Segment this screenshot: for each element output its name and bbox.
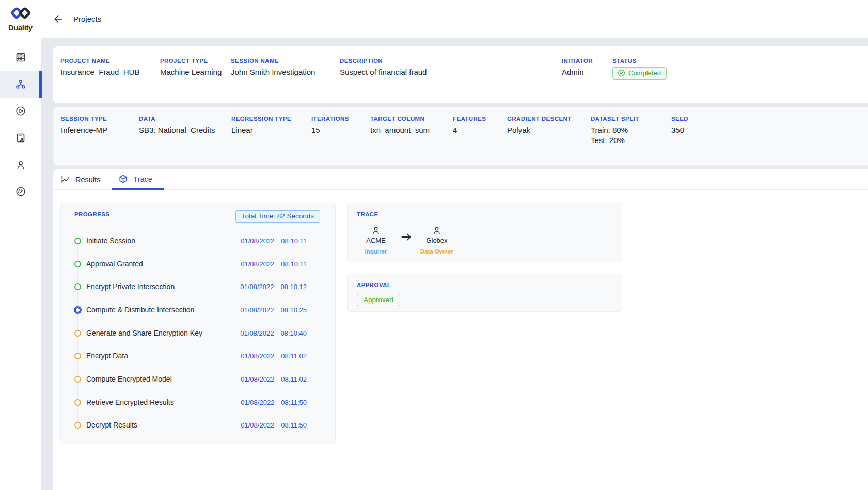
tabs-bar: Results Trace (53, 169, 868, 190)
field-value: Machine Learning (160, 68, 222, 76)
step-marker-done (74, 238, 81, 244)
user-icon (371, 225, 381, 235)
step-time: 08:10:25 (280, 306, 307, 314)
field-value: Admin (562, 68, 593, 76)
step-label: Encrypt Private Intersection (86, 282, 175, 291)
step-label: Generate and Share Encryption Key (86, 329, 202, 337)
field-value: John Smith Investigation (231, 68, 315, 76)
step-date: 01/08/2022 (241, 421, 274, 429)
step-marker-pending (74, 376, 81, 383)
field-data: DATA SB3: National_Credits (139, 116, 215, 134)
step-marker-pending (74, 353, 81, 359)
field-label: DATASET SPLIT (591, 116, 639, 122)
tab-trace[interactable]: Trace (112, 169, 164, 190)
sidebar-item-sessions[interactable] (0, 98, 41, 124)
field-label: FEATURES (453, 116, 486, 122)
field-session-name: SESSION NAME John Smith Investigation (231, 58, 315, 76)
step-time: 08:11:50 (281, 421, 307, 429)
field-label: INITIATOR (562, 58, 593, 64)
field-value: Inference-MP (61, 125, 107, 134)
sidebar-item-projects[interactable] (0, 71, 41, 98)
field-value: SB3: National_Credits (139, 125, 215, 134)
field-label: PROJECT NAME (60, 58, 139, 64)
field-dataset-split: DATASET SPLIT Train: 80% Test: 20% (591, 116, 639, 145)
step-date: 01/08/2022 (241, 375, 274, 383)
field-label: TARGET COLUMN (370, 116, 430, 122)
step-row: Encrypt Private Intersection 01/08/20220… (61, 281, 335, 292)
user-icon (15, 159, 26, 170)
progress-panel: PROGRESS Total Time: 82 Seconds Initiate… (60, 203, 336, 444)
progress-steps: Initiate Session 01/08/202208:10:11 Appr… (61, 203, 335, 444)
trace-panel: TRACE ACME Inquirer Globex (347, 203, 622, 262)
sidebar-item-datasets[interactable] (0, 44, 41, 71)
back-button[interactable] (52, 12, 65, 26)
field-iterations: ITERATIONS 15 (311, 116, 349, 134)
field-value: Insurance_Fraud_HUB (60, 68, 139, 76)
field-value: txn_amount_sum (370, 125, 430, 134)
tab-results[interactable]: Results (54, 169, 112, 189)
field-value: 350 (671, 125, 688, 134)
field-label: PROJECT TYPE (160, 58, 222, 64)
trace-entity-name: Globex (426, 236, 447, 244)
page-title: Projects (73, 14, 101, 23)
app: { "brand": { "name": "Duality" }, "heade… (0, 0, 868, 490)
step-label: Initiate Session (86, 236, 135, 245)
arrow-right-icon (400, 231, 413, 243)
field-label: REGRESSION TYPE (231, 116, 291, 122)
duality-logo-icon (9, 6, 32, 23)
step-marker-pending (74, 399, 81, 406)
trace-entity-role: Inquirer (365, 248, 387, 255)
session-summary-card: SESSION TYPE Inference-MP DATA SB3: Nati… (53, 107, 868, 166)
trace-data-owner: Globex Data Owner (420, 225, 454, 255)
step-row: Approval Granted 01/08/202208:10:11 (61, 259, 335, 269)
step-time: 08:10:11 (281, 237, 307, 245)
step-row: Decrypt Results 01/08/202208:11:50 (61, 420, 335, 430)
field-label: STATUS (612, 58, 667, 64)
step-date: 01/08/2022 (240, 283, 274, 291)
sidebar-item-users[interactable] (0, 151, 41, 178)
step-time: 08:11:02 (281, 352, 307, 360)
trace-entities: ACME Inquirer Globex Data Owner (359, 225, 454, 255)
status-badge: Completed (612, 67, 667, 80)
field-seed: SEED 350 (671, 116, 688, 134)
logo[interactable]: Duality (0, 0, 41, 38)
field-gradient-descent: GRADIENT DESCENT Polyak (507, 116, 572, 134)
step-date: 01/08/2022 (240, 329, 274, 337)
sidebar: Duality (0, 0, 41, 490)
step-time: 08:11:02 (281, 375, 307, 383)
field-session-type: SESSION TYPE Inference-MP (61, 116, 107, 134)
field-project-type: PROJECT TYPE Machine Learning (160, 58, 222, 76)
step-date: 01/08/2022 (240, 306, 274, 314)
step-date: 01/08/2022 (241, 237, 274, 245)
field-label: SESSION NAME (231, 58, 315, 64)
field-status: STATUS Completed (612, 58, 667, 80)
step-label: Approval Granted (86, 260, 143, 268)
brand-name: Duality (8, 24, 33, 32)
step-time: 08:10:40 (280, 329, 307, 337)
chart-line-icon (60, 175, 70, 184)
sidebar-nav (0, 38, 41, 205)
trace-entity-role: Data Owner (420, 248, 453, 255)
header-bar: Projects (41, 0, 868, 38)
step-marker-done (74, 283, 81, 290)
approval-title: APPROVAL (357, 282, 391, 288)
step-label: Retrieve Encrypted Results (86, 398, 174, 406)
field-label: DATA (139, 116, 215, 122)
field-description: DESCRIPTION Suspect of financial fraud (340, 58, 427, 76)
step-time: 08:10:11 (281, 260, 307, 268)
tab-label: Results (75, 176, 100, 184)
step-time: 08:10:12 (280, 283, 307, 291)
sidebar-item-dashboard[interactable] (0, 178, 41, 205)
sidebar-item-reports[interactable] (0, 124, 41, 151)
field-features: FEATURES 4 (453, 116, 486, 134)
step-marker-pending (74, 422, 81, 429)
step-date: 01/08/2022 (241, 399, 274, 406)
field-value-line2: Test: 20% (591, 136, 639, 145)
back-arrow-icon (53, 13, 64, 25)
field-label: ITERATIONS (311, 116, 349, 122)
step-row: Retrieve Encrypted Results 01/08/202208:… (61, 397, 335, 407)
step-row: Initiate Session 01/08/202208:10:11 (61, 235, 335, 246)
cube-icon (118, 174, 128, 184)
field-value: 4 (453, 125, 486, 134)
status-badge-label: Completed (628, 69, 661, 77)
